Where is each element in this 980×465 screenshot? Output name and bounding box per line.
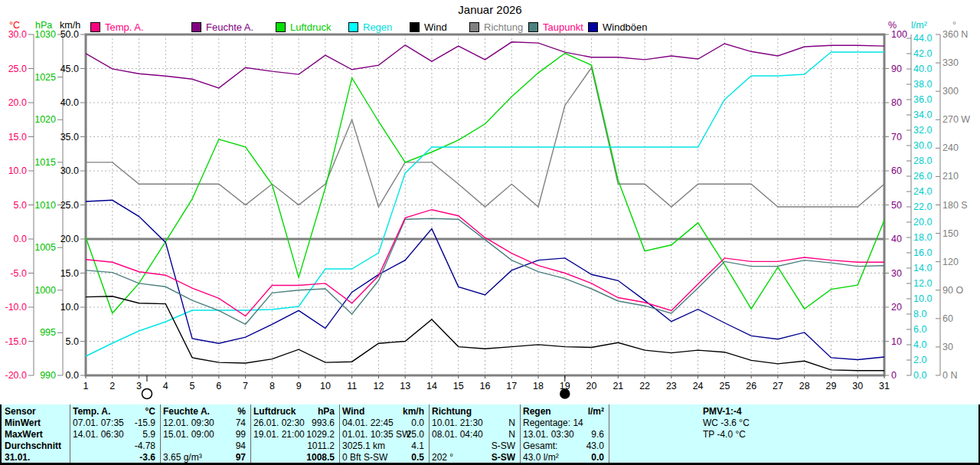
pmv-line: WC -3.6 °C bbox=[703, 418, 871, 429]
day-label: 18 bbox=[533, 381, 544, 391]
day-label: 20 bbox=[586, 381, 597, 391]
column-divider bbox=[520, 404, 521, 463]
axis-tick-label: 210 bbox=[942, 171, 959, 182]
day-label: 10 bbox=[320, 381, 331, 391]
table-cell: 0.0 bbox=[339, 418, 424, 429]
table-cell: N bbox=[429, 429, 515, 440]
axis-tick-label: 20 bbox=[891, 302, 902, 313]
day-label: 27 bbox=[773, 381, 783, 391]
axis-tick-label: 30.0 bbox=[8, 29, 27, 40]
day-label: 29 bbox=[826, 381, 837, 391]
axis-tick-label: 42.0 bbox=[913, 48, 932, 59]
weather-app-window: Januar 2026 °C hPa km/h % l/m² ° Temp. A… bbox=[0, 0, 980, 465]
axis-tick-label: 995 bbox=[40, 327, 56, 338]
axis-tick-label: 20.0 bbox=[60, 234, 79, 244]
axis-tick-label: 6.0 bbox=[913, 324, 926, 335]
axis-tick-label: 40.0 bbox=[913, 64, 932, 74]
day-label: 4 bbox=[163, 381, 168, 391]
axis-tick-label: 1000 bbox=[34, 285, 56, 296]
day-label: 17 bbox=[506, 381, 517, 391]
axis-tick-label: 30 bbox=[891, 268, 902, 279]
axis-tick-label: 36.0 bbox=[913, 94, 932, 105]
table-cell: S-SW bbox=[429, 452, 515, 463]
axis-tick-label: 150 bbox=[942, 228, 959, 239]
table-cell: 94 bbox=[160, 440, 246, 452]
day-label: 15 bbox=[453, 381, 464, 391]
axis-tick-label: 14.0 bbox=[913, 263, 932, 273]
table-cell: Regentage: 14 bbox=[523, 418, 606, 429]
column-divider bbox=[250, 404, 251, 463]
axis-tick-label: 0.0 bbox=[913, 370, 926, 381]
axis-tick-label: 180 S bbox=[942, 200, 968, 211]
axis-tick-label: 10.0 bbox=[60, 302, 79, 313]
axis-tick-label: 5.0 bbox=[66, 336, 79, 347]
day-label: 14 bbox=[426, 381, 437, 391]
axis-tick-label: 40 bbox=[891, 234, 902, 244]
table-cell: -4.78 bbox=[70, 440, 155, 452]
day-label: 31 bbox=[879, 381, 890, 391]
day-label: 8 bbox=[270, 381, 275, 391]
axis-tick-label: 32.0 bbox=[913, 125, 932, 136]
axis-tick-label: 34.0 bbox=[913, 110, 932, 120]
axis-tick-label: 90 O bbox=[942, 285, 963, 296]
axis-tick-label: 15.0 bbox=[60, 268, 79, 279]
axis-tick-label: 5.0 bbox=[14, 200, 27, 211]
col-unit: l/m² bbox=[520, 406, 604, 418]
axis-tick-label: 24.0 bbox=[913, 186, 932, 197]
table-cell: 5.9 bbox=[70, 429, 155, 440]
day-label: 1 bbox=[83, 381, 89, 391]
day-label: 12 bbox=[373, 381, 384, 391]
table-cell: 0.0 bbox=[520, 452, 604, 463]
axis-tick-label: 28.0 bbox=[913, 156, 932, 166]
row-label: Sensor bbox=[5, 406, 70, 418]
day-label: 25 bbox=[719, 381, 730, 391]
axis-tick-label: 10.0 bbox=[913, 293, 932, 304]
axis-tick-label: 4.0 bbox=[913, 339, 926, 350]
axis-tick-label: 1030 bbox=[34, 29, 56, 40]
table-cell: 1011.2 bbox=[250, 440, 335, 452]
day-label: 23 bbox=[666, 381, 677, 391]
table-cell: S-SW bbox=[429, 440, 515, 452]
pmv-line: TP -4.0 °C bbox=[703, 429, 871, 440]
axis-tick-label: 300 bbox=[942, 86, 959, 97]
day-label: 5 bbox=[190, 381, 195, 391]
table-cell: 99 bbox=[160, 429, 246, 440]
column-divider bbox=[339, 404, 340, 463]
axis-tick-label: 15.0 bbox=[8, 132, 27, 142]
axis-tick-label: 2.0 bbox=[913, 355, 926, 365]
axis-tick-label: 90 bbox=[891, 64, 902, 74]
axis-tick-label: 30.0 bbox=[60, 165, 79, 176]
day-label: 3 bbox=[136, 381, 142, 391]
row-label: Durchschnitt bbox=[5, 440, 70, 452]
column-divider bbox=[70, 404, 70, 463]
axis-tick-label: 1020 bbox=[34, 114, 56, 125]
table-cell: 9.6 bbox=[520, 429, 604, 440]
chart-svg[interactable]: 30.025.020.015.010.05.00.0-5.0-10.0-15.0… bbox=[0, 0, 980, 404]
axis-tick-label: -5.0 bbox=[10, 268, 27, 279]
table-cell: N bbox=[429, 418, 515, 429]
col-header-richtung: Richtung bbox=[432, 406, 517, 418]
day-label: 9 bbox=[296, 381, 302, 391]
table-cell: 1029.2 bbox=[250, 429, 335, 440]
axis-tick-label: 1025 bbox=[34, 72, 56, 83]
column-divider bbox=[609, 404, 609, 463]
axis-tick-label: 22.0 bbox=[913, 201, 932, 212]
axis-tick-label: 26.0 bbox=[913, 171, 932, 182]
axis-tick-label: 12.0 bbox=[913, 278, 932, 289]
table-cell: 0.5 bbox=[339, 452, 424, 463]
day-label: 26 bbox=[746, 381, 756, 391]
axis-tick-label: 330 bbox=[942, 57, 959, 68]
day-label: 28 bbox=[799, 381, 810, 391]
axis-tick-label: 25.0 bbox=[60, 200, 79, 211]
axis-tick-label: 50.0 bbox=[60, 29, 79, 40]
col-unit: hPa bbox=[250, 406, 335, 418]
axis-tick-label: 20.0 bbox=[913, 217, 932, 228]
table-cell: 43.0 bbox=[520, 440, 604, 452]
axis-tick-label: 35.0 bbox=[60, 132, 79, 142]
table-cell: 1008.5 bbox=[250, 452, 335, 463]
table-cell: 25.0 bbox=[339, 429, 424, 440]
day-label: 22 bbox=[639, 381, 650, 391]
column-divider bbox=[160, 404, 161, 463]
axis-tick-label: 1005 bbox=[34, 242, 56, 253]
axis-tick-label: 10.0 bbox=[8, 165, 27, 176]
